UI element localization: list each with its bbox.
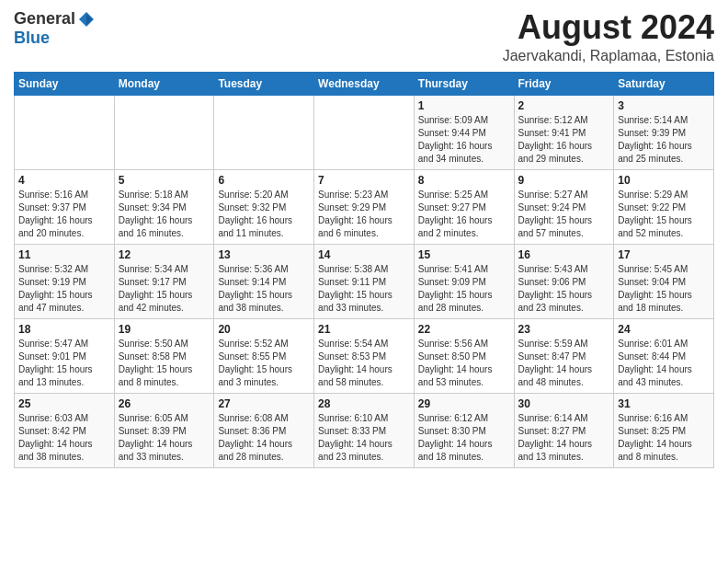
day-info: Sunrise: 5:54 AM Sunset: 8:53 PM Dayligh… — [318, 338, 410, 389]
calendar-day-cell: 9Sunrise: 5:27 AM Sunset: 9:24 PM Daylig… — [514, 169, 614, 244]
calendar-day-cell: 24Sunrise: 6:01 AM Sunset: 8:44 PM Dayli… — [614, 318, 714, 393]
calendar-day-cell: 15Sunrise: 5:41 AM Sunset: 9:09 PM Dayli… — [414, 244, 514, 318]
logo-general-text: General — [14, 9, 75, 29]
calendar-day-cell: 26Sunrise: 6:05 AM Sunset: 8:39 PM Dayli… — [114, 393, 214, 467]
day-info: Sunrise: 5:41 AM Sunset: 9:09 PM Dayligh… — [418, 263, 510, 315]
day-number: 8 — [418, 174, 510, 187]
day-info: Sunrise: 5:47 AM Sunset: 9:01 PM Dayligh… — [18, 338, 110, 389]
calendar-day-cell — [15, 95, 115, 169]
calendar-day-cell: 2Sunrise: 5:12 AM Sunset: 9:41 PM Daylig… — [514, 95, 614, 169]
calendar-day-cell: 31Sunrise: 6:16 AM Sunset: 8:25 PM Dayli… — [614, 393, 714, 467]
day-number: 25 — [18, 397, 110, 410]
calendar-day-cell — [114, 95, 214, 169]
calendar-day-cell: 7Sunrise: 5:23 AM Sunset: 9:29 PM Daylig… — [314, 169, 415, 244]
day-info: Sunrise: 5:36 AM Sunset: 9:14 PM Dayligh… — [218, 263, 310, 315]
weekday-header: Friday — [514, 72, 614, 95]
day-number: 11 — [18, 248, 110, 261]
calendar-week-row: 18Sunrise: 5:47 AM Sunset: 9:01 PM Dayli… — [15, 318, 714, 393]
calendar-day-cell: 13Sunrise: 5:36 AM Sunset: 9:14 PM Dayli… — [214, 244, 314, 318]
day-number: 7 — [318, 174, 410, 187]
calendar-day-cell: 27Sunrise: 6:08 AM Sunset: 8:36 PM Dayli… — [214, 393, 314, 467]
calendar-day-cell: 18Sunrise: 5:47 AM Sunset: 9:01 PM Dayli… — [15, 318, 115, 393]
day-number: 19 — [119, 323, 210, 336]
day-info: Sunrise: 6:14 AM Sunset: 8:27 PM Dayligh… — [518, 412, 610, 464]
day-info: Sunrise: 5:59 AM Sunset: 8:47 PM Dayligh… — [518, 338, 610, 389]
calendar-day-cell: 21Sunrise: 5:54 AM Sunset: 8:53 PM Dayli… — [314, 318, 415, 393]
day-info: Sunrise: 5:20 AM Sunset: 9:32 PM Dayligh… — [218, 189, 310, 240]
day-number: 31 — [618, 397, 710, 410]
day-info: Sunrise: 6:01 AM Sunset: 8:44 PM Dayligh… — [618, 338, 710, 389]
day-info: Sunrise: 5:43 AM Sunset: 9:06 PM Dayligh… — [518, 263, 610, 315]
calendar-day-cell: 16Sunrise: 5:43 AM Sunset: 9:06 PM Dayli… — [514, 244, 614, 318]
day-number: 4 — [18, 174, 110, 187]
day-info: Sunrise: 5:45 AM Sunset: 9:04 PM Dayligh… — [618, 263, 710, 315]
day-info: Sunrise: 5:27 AM Sunset: 9:24 PM Dayligh… — [518, 189, 610, 240]
day-info: Sunrise: 5:18 AM Sunset: 9:34 PM Dayligh… — [119, 189, 210, 240]
calendar-day-cell: 19Sunrise: 5:50 AM Sunset: 8:58 PM Dayli… — [114, 318, 214, 393]
day-number: 10 — [618, 174, 710, 187]
day-number: 30 — [518, 397, 610, 410]
month-title: August 2024 — [503, 9, 714, 46]
calendar-day-cell: 22Sunrise: 5:56 AM Sunset: 8:50 PM Dayli… — [414, 318, 514, 393]
calendar-day-cell: 1Sunrise: 5:09 AM Sunset: 9:44 PM Daylig… — [414, 95, 514, 169]
calendar-day-cell: 30Sunrise: 6:14 AM Sunset: 8:27 PM Dayli… — [514, 393, 614, 467]
day-info: Sunrise: 5:29 AM Sunset: 9:22 PM Dayligh… — [618, 189, 710, 240]
calendar-day-cell: 25Sunrise: 6:03 AM Sunset: 8:42 PM Dayli… — [15, 393, 115, 467]
location-title: Jaervakandi, Raplamaa, Estonia — [503, 48, 714, 64]
day-info: Sunrise: 5:34 AM Sunset: 9:17 PM Dayligh… — [119, 263, 210, 315]
calendar-day-cell: 14Sunrise: 5:38 AM Sunset: 9:11 PM Dayli… — [314, 244, 415, 318]
calendar-day-cell: 8Sunrise: 5:25 AM Sunset: 9:27 PM Daylig… — [414, 169, 514, 244]
weekday-header: Tuesday — [214, 72, 314, 95]
day-info: Sunrise: 5:12 AM Sunset: 9:41 PM Dayligh… — [518, 114, 610, 166]
day-number: 1 — [418, 99, 510, 112]
calendar-day-cell: 11Sunrise: 5:32 AM Sunset: 9:19 PM Dayli… — [15, 244, 115, 318]
page-header: General Blue August 2024 Jaervakandi, Ra… — [14, 9, 714, 64]
day-info: Sunrise: 5:52 AM Sunset: 8:55 PM Dayligh… — [218, 338, 310, 389]
day-info: Sunrise: 5:16 AM Sunset: 9:37 PM Dayligh… — [18, 189, 110, 240]
day-number: 17 — [618, 248, 710, 261]
calendar-day-cell — [314, 95, 415, 169]
day-number: 2 — [518, 99, 610, 112]
calendar-week-row: 11Sunrise: 5:32 AM Sunset: 9:19 PM Dayli… — [15, 244, 714, 318]
day-number: 3 — [618, 99, 710, 112]
day-number: 18 — [18, 323, 110, 336]
calendar-day-cell: 23Sunrise: 5:59 AM Sunset: 8:47 PM Dayli… — [514, 318, 614, 393]
calendar-day-cell: 17Sunrise: 5:45 AM Sunset: 9:04 PM Dayli… — [614, 244, 714, 318]
day-info: Sunrise: 5:23 AM Sunset: 9:29 PM Dayligh… — [318, 189, 410, 240]
day-info: Sunrise: 5:50 AM Sunset: 8:58 PM Dayligh… — [119, 338, 210, 389]
day-number: 15 — [418, 248, 510, 261]
day-info: Sunrise: 6:08 AM Sunset: 8:36 PM Dayligh… — [218, 412, 310, 464]
calendar-table: SundayMondayTuesdayWednesdayThursdayFrid… — [14, 72, 714, 468]
day-number: 24 — [618, 323, 710, 336]
calendar-week-row: 25Sunrise: 6:03 AM Sunset: 8:42 PM Dayli… — [15, 393, 714, 467]
day-number: 13 — [218, 248, 310, 261]
calendar-day-cell: 28Sunrise: 6:10 AM Sunset: 8:33 PM Dayli… — [314, 393, 415, 467]
calendar-day-cell: 4Sunrise: 5:16 AM Sunset: 9:37 PM Daylig… — [15, 169, 115, 244]
weekday-header: Sunday — [15, 72, 115, 95]
day-number: 14 — [318, 248, 410, 261]
day-number: 16 — [518, 248, 610, 261]
calendar-day-cell: 10Sunrise: 5:29 AM Sunset: 9:22 PM Dayli… — [614, 169, 714, 244]
day-info: Sunrise: 6:16 AM Sunset: 8:25 PM Dayligh… — [618, 412, 710, 464]
calendar-day-cell: 29Sunrise: 6:12 AM Sunset: 8:30 PM Dayli… — [414, 393, 514, 467]
day-number: 27 — [218, 397, 310, 410]
weekday-header: Wednesday — [314, 72, 415, 95]
title-block: August 2024 Jaervakandi, Raplamaa, Eston… — [503, 9, 714, 64]
day-info: Sunrise: 5:14 AM Sunset: 9:39 PM Dayligh… — [618, 114, 710, 166]
day-info: Sunrise: 6:03 AM Sunset: 8:42 PM Dayligh… — [18, 412, 110, 464]
day-number: 29 — [418, 397, 510, 410]
day-info: Sunrise: 5:25 AM Sunset: 9:27 PM Dayligh… — [418, 189, 510, 240]
calendar-week-row: 4Sunrise: 5:16 AM Sunset: 9:37 PM Daylig… — [15, 169, 714, 244]
day-number: 6 — [218, 174, 310, 187]
day-info: Sunrise: 5:38 AM Sunset: 9:11 PM Dayligh… — [318, 263, 410, 315]
day-info: Sunrise: 6:12 AM Sunset: 8:30 PM Dayligh… — [418, 412, 510, 464]
calendar-day-cell: 12Sunrise: 5:34 AM Sunset: 9:17 PM Dayli… — [114, 244, 214, 318]
logo-icon — [77, 10, 96, 29]
day-number: 23 — [518, 323, 610, 336]
calendar-week-row: 1Sunrise: 5:09 AM Sunset: 9:44 PM Daylig… — [15, 95, 714, 169]
calendar-day-cell: 6Sunrise: 5:20 AM Sunset: 9:32 PM Daylig… — [214, 169, 314, 244]
weekday-header: Thursday — [414, 72, 514, 95]
day-number: 5 — [119, 174, 210, 187]
calendar-header: SundayMondayTuesdayWednesdayThursdayFrid… — [15, 72, 714, 95]
day-number: 20 — [218, 323, 310, 336]
